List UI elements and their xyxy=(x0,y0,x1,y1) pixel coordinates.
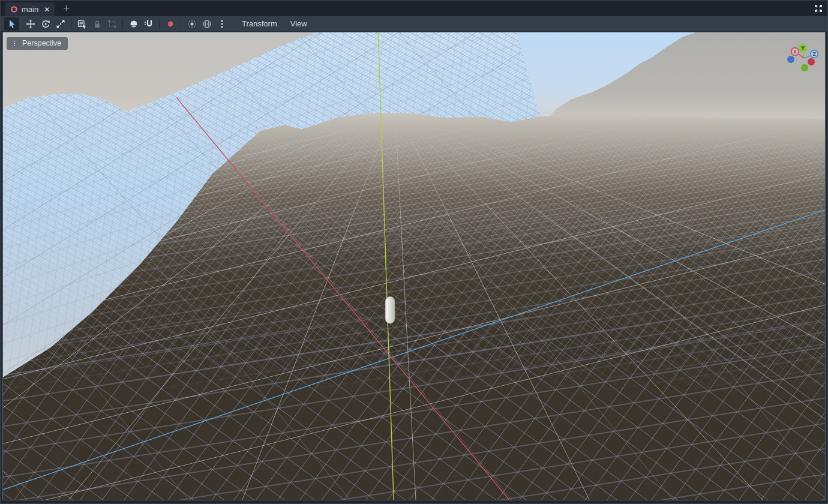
rotate-tool-button[interactable] xyxy=(38,17,53,31)
kebab-menu-icon: ⋮ xyxy=(11,40,18,46)
move-tool-button[interactable] xyxy=(23,17,38,31)
toolbar-separator xyxy=(181,19,181,29)
lock-icon xyxy=(92,19,102,29)
gizmo-axis-x[interactable]: X xyxy=(791,48,799,56)
tab-main[interactable]: main ✕ xyxy=(5,2,55,16)
globe-icon xyxy=(202,19,212,29)
expand-icon xyxy=(814,4,823,13)
tab-label: main xyxy=(22,5,38,14)
gizmo-axis-neg-y[interactable] xyxy=(801,64,808,71)
group-selected-button[interactable] xyxy=(104,17,119,31)
orientation-gizmo[interactable]: X Y Z xyxy=(784,40,820,76)
move-arrows-icon xyxy=(26,19,35,29)
tab-close-icon[interactable]: ✕ xyxy=(44,5,50,14)
svg-text:Z: Z xyxy=(812,51,815,57)
group-icon xyxy=(107,19,117,29)
sphere-icon xyxy=(129,19,139,29)
view-menu[interactable]: View xyxy=(284,17,314,31)
svg-text:X: X xyxy=(793,49,797,55)
projection-label: Perspective xyxy=(22,39,61,47)
terrain-brush-button[interactable] xyxy=(163,17,178,31)
preview-sunlight-button[interactable] xyxy=(184,17,199,31)
gizmo-axis-z[interactable]: Z xyxy=(811,50,818,58)
gizmo-axis-y[interactable]: Y xyxy=(799,44,807,52)
use-snap-button[interactable] xyxy=(141,17,156,31)
scene-root-icon xyxy=(10,5,18,13)
projection-mode-button[interactable]: ⋮ Perspective xyxy=(7,37,68,50)
toolbar-separator xyxy=(71,19,71,29)
add-scene-tab-button[interactable]: + xyxy=(63,1,70,16)
magnet-icon xyxy=(144,19,154,29)
list-select-icon xyxy=(77,19,87,29)
view-options-button[interactable] xyxy=(214,17,229,31)
capsule-body xyxy=(385,296,395,323)
spatial-editor-toolbar: Transform View xyxy=(1,16,827,32)
scene-canvas xyxy=(3,32,825,500)
expand-viewport-button[interactable] xyxy=(814,4,823,13)
brush-blob-icon xyxy=(166,19,175,29)
scale-icon xyxy=(56,19,65,29)
list-select-tool-button[interactable] xyxy=(74,17,89,31)
use-local-space-button[interactable] xyxy=(126,17,141,31)
gizmo-axis-neg-z[interactable] xyxy=(787,56,794,63)
lock-selected-button[interactable] xyxy=(89,17,104,31)
cursor-arrow-icon xyxy=(7,19,17,29)
godot-editor-window: main ✕ + xyxy=(0,0,828,504)
kebab-menu-icon xyxy=(217,19,227,29)
scene-tab-bar: main ✕ + xyxy=(1,1,827,16)
gizmo-axis-neg-x[interactable] xyxy=(808,58,815,65)
transform-menu[interactable]: Transform xyxy=(235,17,284,31)
preview-environment-button[interactable] xyxy=(199,17,214,31)
sun-icon xyxy=(187,19,197,29)
svg-text:Y: Y xyxy=(801,45,805,51)
toolbar-separator xyxy=(122,19,123,29)
3d-viewport[interactable]: ⋮ Perspective X Y Z xyxy=(2,32,826,500)
scale-tool-button[interactable] xyxy=(53,17,68,31)
toolbar-separator xyxy=(159,19,160,29)
rotate-icon xyxy=(41,19,50,29)
select-tool-button[interactable] xyxy=(4,17,19,31)
